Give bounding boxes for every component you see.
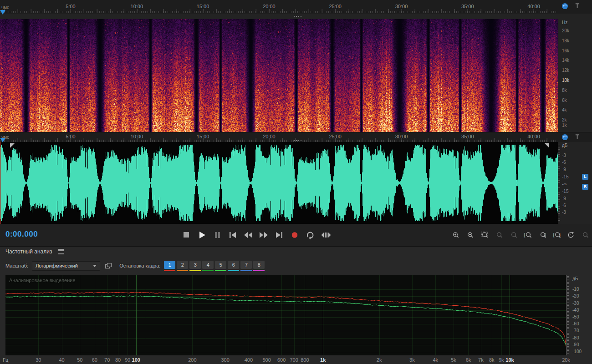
skip-selection-button[interactable] xyxy=(321,230,331,240)
chart-overlay-label: Анализированое выделение xyxy=(9,278,76,283)
frame-hold-3: 3 xyxy=(189,261,201,271)
frame-hold-7: 7 xyxy=(240,261,252,271)
svg-text:{: { xyxy=(524,233,526,238)
frequency-tick-label: 12k xyxy=(562,68,569,73)
x-tick-label: 4k xyxy=(433,357,438,363)
x-tick-label: 9k xyxy=(499,357,504,363)
svg-text:{: { xyxy=(553,233,555,238)
fade-out-handle[interactable] xyxy=(545,143,549,148)
x-tick-label: 40 xyxy=(59,357,64,363)
hold-button-4[interactable]: 4 xyxy=(202,261,214,269)
y-tick-label: -80 xyxy=(572,335,579,340)
reset-zoom-button[interactable] xyxy=(567,232,575,238)
skip-end-button[interactable] xyxy=(274,230,285,240)
x-tick-label: 600 xyxy=(277,357,286,363)
play-button[interactable] xyxy=(197,230,207,240)
x-tick-label: 200 xyxy=(188,357,196,363)
db-tick-label: -3 xyxy=(562,210,566,215)
scale-dropdown-value: Логарифмический xyxy=(36,263,78,268)
x-tick-label: 800 xyxy=(301,357,309,363)
zoom-buttons: {}{} xyxy=(451,224,589,246)
zoom-out-time-button[interactable] xyxy=(495,232,503,238)
frame-hold-1: 1 xyxy=(164,261,175,271)
hold-color-bar xyxy=(240,270,252,271)
hold-button-3[interactable]: 3 xyxy=(189,261,201,269)
playhead-marker[interactable] xyxy=(0,138,5,142)
hold-button-2[interactable]: 2 xyxy=(177,261,188,269)
zoom-last-button[interactable] xyxy=(581,232,589,238)
y-tick-label: -30 xyxy=(572,301,579,306)
timeline-options-icon[interactable] xyxy=(561,3,568,10)
timeline-tick-label: 10:00 xyxy=(131,134,143,139)
hold-button-8[interactable]: 8 xyxy=(253,261,265,269)
timeline-tick-label: 25:00 xyxy=(329,4,342,9)
x-tick-label: 20k xyxy=(562,357,570,363)
x-tick-label: 8k xyxy=(489,357,495,363)
spectrogram-canvas[interactable] xyxy=(0,19,558,132)
timeline-tick-label: 30:00 xyxy=(395,134,408,139)
frequency-scale: Hz 20k18k16k14k12k10k8k6k4k2k1k xyxy=(558,19,592,132)
frequency-chart-canvas[interactable] xyxy=(5,275,566,355)
x-tick-label: 80 xyxy=(115,357,121,363)
hold-color-bar xyxy=(228,270,239,271)
time-display[interactable]: 0:00.000 xyxy=(5,230,38,239)
timeline-ruler-spectral[interactable]: чмс 5:0010:0015:0020:0025:0030:0035:0040… xyxy=(0,0,592,14)
copy-graph-button[interactable] xyxy=(105,263,112,269)
playhead-marker[interactable] xyxy=(0,10,5,15)
timeline-tick-label: 35:00 xyxy=(461,134,474,139)
hold-color-bar xyxy=(164,270,175,271)
timeline-ruler-waveform[interactable]: чмс 5:0010:0015:0020:0025:0030:0035:0040… xyxy=(0,132,592,143)
svg-text:}: } xyxy=(559,233,561,238)
hold-button-6[interactable]: 6 xyxy=(228,261,239,269)
pause-button[interactable] xyxy=(212,230,223,240)
x-tick-label: 300 xyxy=(221,357,229,363)
hold-button-7[interactable]: 7 xyxy=(240,261,252,269)
zoom-selection-left-button[interactable]: { xyxy=(524,232,532,238)
hold-button-5[interactable]: 5 xyxy=(215,261,226,269)
timeline-tick-label: 40:00 xyxy=(527,134,540,139)
x-tick-label: 7k xyxy=(478,357,484,363)
frame-hold-buttons: 12345678 xyxy=(164,261,265,271)
channel-left-badge[interactable]: L xyxy=(582,174,588,180)
rewind-button[interactable] xyxy=(243,230,254,240)
zoom-selection-right-button[interactable]: } xyxy=(538,232,547,238)
svg-text:}: } xyxy=(545,233,546,238)
zoom-selection-button[interactable]: {} xyxy=(553,232,561,238)
frame-hold-2: 2 xyxy=(177,261,188,271)
x-tick-label: 700 xyxy=(290,357,298,363)
frequency-chart: Анализированое выделение xyxy=(5,275,566,355)
fade-in-handle[interactable] xyxy=(10,143,15,148)
waveform-canvas[interactable] xyxy=(0,142,558,224)
timeline-tick-label: 30:00 xyxy=(395,4,408,9)
timeline-options-icon[interactable] xyxy=(561,134,568,141)
zoom-in-button[interactable] xyxy=(451,232,459,238)
zoom-in-time-button[interactable] xyxy=(480,232,489,238)
zoom-out-button[interactable] xyxy=(465,232,474,238)
hold-color-bar xyxy=(253,270,265,271)
panel-menu-icon[interactable] xyxy=(58,249,64,254)
frame-hold-5: 5 xyxy=(215,261,226,271)
timeline-tick-label: 35:00 xyxy=(461,4,474,9)
pin-icon[interactable] xyxy=(574,134,580,140)
skip-start-button[interactable] xyxy=(228,230,238,240)
timeline-tick-label: 15:00 xyxy=(197,134,209,139)
db-tick-label: -9 xyxy=(562,196,566,201)
fast-forward-button[interactable] xyxy=(259,230,269,240)
zoom-amplitude-button[interactable] xyxy=(509,232,518,238)
record-button[interactable] xyxy=(290,230,300,240)
channel-right-badge[interactable]: R xyxy=(582,184,588,190)
db-axis-ticks xyxy=(567,276,569,354)
pin-icon[interactable] xyxy=(574,3,580,9)
scale-dropdown[interactable]: Логарифмический xyxy=(32,261,100,271)
loop-button[interactable] xyxy=(305,230,316,240)
hold-button-1[interactable]: 1 xyxy=(164,261,175,269)
analysis-controls: Масштаб: Логарифмический Остановка кадра… xyxy=(0,258,265,274)
x-axis-unit-label: Гц xyxy=(3,357,8,363)
frame-hold-label: Остановка кадра: xyxy=(119,263,160,268)
y-tick-label: -10 xyxy=(572,287,579,292)
db-ruler-ticks xyxy=(558,145,560,221)
stop-button[interactable] xyxy=(181,230,192,240)
x-tick-label: 2k xyxy=(377,357,382,363)
scroll-grip-icon xyxy=(296,16,297,17)
hold-color-bar xyxy=(202,270,214,271)
